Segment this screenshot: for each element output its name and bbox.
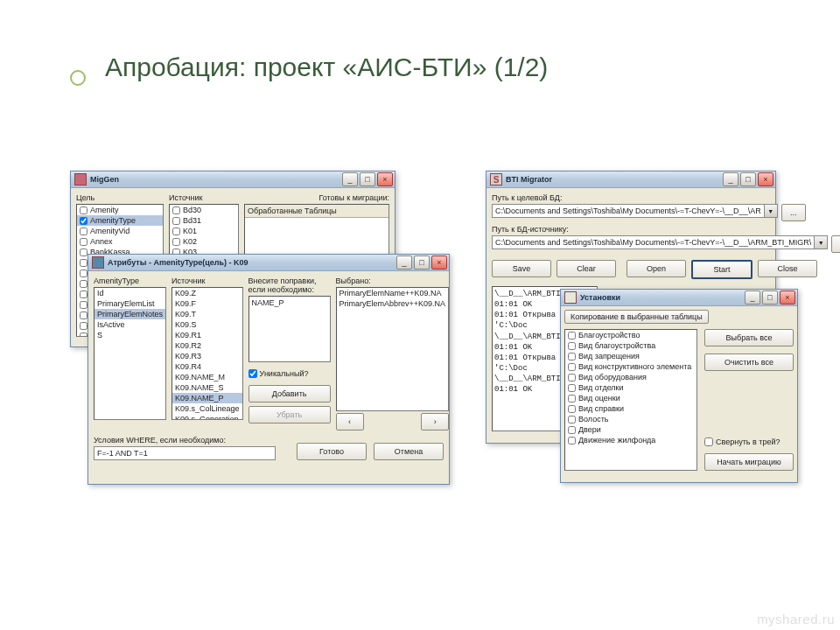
install-titlebar[interactable]: Установки _ □ × — [561, 290, 797, 306]
start-migration-button[interactable]: Начать миграцию — [704, 453, 794, 471]
list-item[interactable]: Вид справки — [565, 403, 696, 414]
target-path-label: Путь к целевой БД: — [492, 193, 770, 202]
list-item[interactable]: K09.NAME_P — [172, 393, 242, 403]
copy-header-tab[interactable]: Копирование в выбранные таблицы — [564, 310, 709, 324]
tables-list[interactable]: БлагоустройствоВид благоустройстваВид за… — [564, 329, 697, 471]
list-item[interactable]: K09.R2 — [172, 340, 242, 351]
list-item[interactable]: Благоустройство — [565, 330, 696, 340]
processed-header: Обработанные Таблицы — [245, 205, 388, 218]
attrs-window: Атрибуты - AmenityType(цель) - K09 _ □ ×… — [88, 254, 450, 485]
list-item[interactable]: Amenity — [77, 205, 163, 215]
minimize-button[interactable]: _ — [396, 256, 412, 270]
edit-box[interactable]: NAME_P — [248, 296, 331, 362]
clear-all-button[interactable]: Очистить все — [704, 354, 794, 371]
miggen-title: MigGen — [90, 175, 342, 184]
chevron-down-icon[interactable]: ▼ — [764, 205, 777, 217]
remove-button[interactable]: Убрать — [248, 406, 331, 424]
close-button[interactable]: × — [758, 172, 774, 186]
list-item[interactable]: Id — [94, 288, 165, 298]
list-item[interactable]: K09.R4 — [172, 361, 242, 372]
maximize-button[interactable]: □ — [360, 172, 375, 186]
list-item[interactable]: K09.R3 — [172, 351, 242, 361]
list-item[interactable]: AmenityVid — [77, 226, 163, 236]
browse-source-button[interactable]: ... — [831, 235, 840, 253]
list-item[interactable]: K09.F — [172, 298, 242, 309]
tray-checkbox[interactable]: Свернуть в трей? — [704, 438, 794, 446]
list-item[interactable]: K01 — [170, 226, 238, 236]
list-item[interactable]: Вид оценки — [565, 393, 696, 403]
open-button[interactable]: Open — [626, 260, 686, 277]
list-item[interactable]: PrimaryElemList — [94, 298, 165, 309]
list-item[interactable]: K09.S — [172, 319, 242, 330]
chevron-down-icon[interactable]: ▼ — [814, 236, 827, 248]
attrs-titlebar[interactable]: Атрибуты - AmenityType(цель) - K09 _ □ × — [88, 255, 449, 271]
add-button[interactable]: Добавить — [248, 385, 331, 402]
minimize-button[interactable]: _ — [342, 172, 358, 186]
clear-button[interactable]: Clear — [556, 260, 616, 277]
list-item[interactable]: Вид отделки — [565, 382, 696, 393]
atype-label: AmenityType — [94, 276, 166, 285]
app-icon — [74, 173, 87, 186]
list-item[interactable]: Вид оборудования — [565, 372, 696, 382]
list-item[interactable]: K09.R1 — [172, 330, 242, 340]
close-window-button[interactable]: Close — [758, 260, 817, 277]
list-item[interactable]: K09.NAME_S — [172, 382, 242, 393]
list-item[interactable]: IsActive — [94, 319, 165, 330]
list-item[interactable]: K09.s_ColLineage — [172, 403, 242, 414]
attrs-title: Атрибуты - AmenityType(цель) - K09 — [108, 258, 396, 267]
unique-checkbox[interactable]: Уникальный? — [248, 369, 331, 378]
watermark: myshared.ru — [757, 612, 835, 626]
maximize-button[interactable]: □ — [762, 290, 778, 304]
where-input[interactable]: F=-1 AND T=1 — [94, 446, 276, 460]
select-all-button[interactable]: Выбрать все — [704, 329, 794, 346]
list-item[interactable]: K09.Z — [172, 288, 242, 298]
list-item[interactable]: PrimaryElemName++K09.NA — [337, 288, 449, 298]
minimize-button[interactable]: _ — [745, 290, 760, 304]
ready-label: Готовы к миграции: — [244, 193, 389, 202]
list-item[interactable]: Двери — [565, 424, 696, 435]
list-item[interactable]: Annex — [77, 236, 163, 247]
list-item[interactable]: PrimaryElemNotes — [94, 309, 165, 319]
list-item[interactable]: Вид благоустройства — [565, 340, 696, 351]
save-button[interactable]: Save — [492, 260, 551, 277]
list-item[interactable]: Bd31 — [170, 215, 238, 226]
cancel-button[interactable]: Отмена — [374, 443, 444, 460]
list-item[interactable]: Волость — [565, 414, 696, 424]
done-button[interactable]: Готово — [297, 443, 367, 460]
slide-title: Апробация: проект «АИС-БТИ» (1/2) — [105, 52, 548, 82]
list-item[interactable]: S — [94, 330, 165, 340]
list-item[interactable]: PrimaryElemAbbrev++K09.NA — [337, 298, 449, 309]
app-icon: S — [490, 173, 502, 186]
install-title: Установки — [580, 293, 745, 302]
target-path-value: C:\Documents and Settings\Toshiba\My Doc… — [493, 206, 764, 215]
start-button[interactable]: Start — [691, 260, 752, 279]
atype-list[interactable]: IdPrimaryElemListPrimaryElemNotesIsActiv… — [94, 287, 166, 420]
selected-list[interactable]: PrimaryElemName++K09.NAPrimaryElemAbbrev… — [336, 287, 450, 411]
browse-target-button[interactable]: ... — [781, 204, 806, 221]
list-item[interactable]: Движение жилфонда — [565, 435, 696, 445]
minimize-button[interactable]: _ — [723, 172, 738, 186]
tray-label: Свернуть в трей? — [716, 438, 780, 446]
scroll-right-button[interactable]: › — [421, 413, 449, 430]
close-button[interactable]: × — [780, 290, 795, 304]
bti-titlebar[interactable]: S BTI Migrator _ □ × — [486, 172, 775, 188]
scroll-left-button[interactable]: ‹ — [336, 413, 364, 430]
src-list[interactable]: K09.ZK09.FK09.TK09.SK09.R1K09.R2K09.R3K0… — [172, 287, 243, 420]
selected-label: Выбрано: — [336, 276, 450, 285]
list-item[interactable]: K02 — [170, 236, 238, 247]
maximize-button[interactable]: □ — [740, 172, 756, 186]
list-item[interactable]: AmenityType — [77, 215, 163, 226]
list-item[interactable]: Вид запрещения — [565, 351, 696, 361]
source-path-label: Путь к БД-источнику: — [492, 225, 770, 234]
list-item[interactable]: K09.NAME_M — [172, 372, 242, 382]
maximize-button[interactable]: □ — [414, 256, 430, 270]
list-item[interactable]: Bd30 — [170, 205, 238, 215]
list-item[interactable]: Вид конструктивного элемента — [565, 361, 696, 372]
close-button[interactable]: × — [377, 172, 393, 186]
list-item[interactable]: K09.s_Generation — [172, 414, 242, 420]
target-path-dropdown[interactable]: C:\Documents and Settings\Toshiba\My Doc… — [492, 204, 778, 218]
source-path-dropdown[interactable]: C:\Documents and Settings\Toshiba\My Doc… — [492, 235, 828, 249]
close-button[interactable]: × — [431, 256, 447, 270]
miggen-titlebar[interactable]: MigGen _ □ × — [71, 172, 395, 188]
list-item[interactable]: K09.T — [172, 309, 242, 319]
